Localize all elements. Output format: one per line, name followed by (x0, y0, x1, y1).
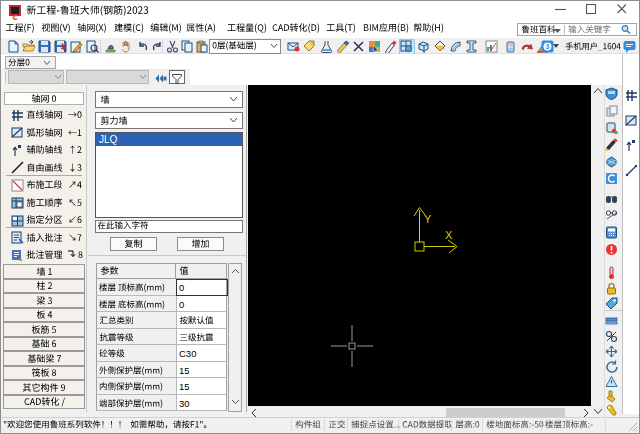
svg-text:3: 3 (546, 43, 550, 50)
svg-text:Y: Y (424, 213, 432, 225)
svg-text:X: X (445, 229, 453, 241)
